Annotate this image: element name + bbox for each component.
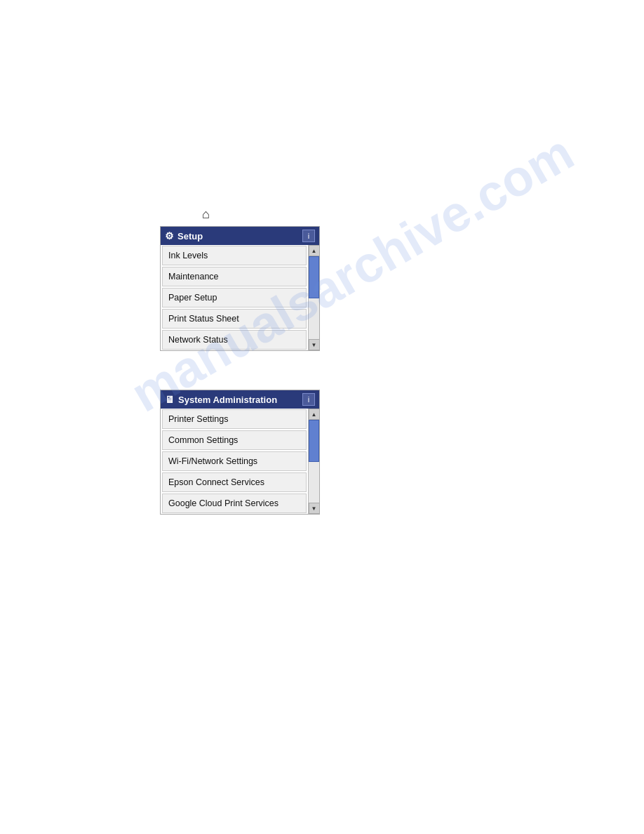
setup-scroll-up-button[interactable]: ▲ [309,245,320,256]
sysadmin-panel-body: Printer Settings Common Settings Wi-Fi/N… [161,409,319,514]
setup-panel-body: Ink Levels Maintenance Paper Setup Print… [161,245,319,350]
sysadmin-header-icon: 🖥 [165,394,175,405]
setup-menu-item-paper-setup[interactable]: Paper Setup [162,288,307,307]
setup-menu-item-ink-levels[interactable]: Ink Levels [162,246,307,265]
setup-scrollbar: ▲ ▼ [308,245,319,350]
setup-scroll-down-button[interactable]: ▼ [309,339,320,350]
sysadmin-scroll-thumb[interactable] [309,420,319,462]
sysadmin-scroll-up-button[interactable]: ▲ [309,409,320,420]
sysadmin-scroll-down-button[interactable]: ▼ [309,503,320,514]
setup-header-icon: ⚙ [165,230,174,241]
sysadmin-panel-title: System Administration [178,395,277,405]
setup-panel: ⚙ Setup i Ink Levels Maintenance Paper S… [160,226,320,351]
sysadmin-menu-item-wifi-network-settings[interactable]: Wi-Fi/Network Settings [162,451,307,471]
sysadmin-scrollbar: ▲ ▼ [308,409,319,514]
sysadmin-close-button[interactable]: i [302,393,315,406]
sysadmin-menu-item-common-settings[interactable]: Common Settings [162,430,307,450]
sysadmin-scroll-thumb-area [309,420,319,503]
home-icon-area: ⌂ [202,207,210,222]
setup-panel-header: ⚙ Setup i [161,227,319,245]
setup-menu-item-network-status[interactable]: Network Status [162,330,307,350]
sysadmin-menu-item-printer-settings[interactable]: Printer Settings [162,409,307,429]
sysadmin-panel-header: 🖥 System Administration i [161,390,319,409]
setup-header-left: ⚙ Setup [165,230,203,241]
sysadmin-panel: 🖥 System Administration i Printer Settin… [160,390,320,515]
sysadmin-menu-item-epson-connect-services[interactable]: Epson Connect Services [162,472,307,492]
setup-scroll-thumb-area [309,256,319,339]
setup-menu-item-print-status-sheet[interactable]: Print Status Sheet [162,309,307,329]
setup-scroll-thumb[interactable] [309,256,319,298]
setup-panel-title: Setup [177,231,203,241]
home-icon[interactable]: ⌂ [202,207,210,221]
sysadmin-header-left: 🖥 System Administration [165,394,277,405]
setup-menu-item-maintenance[interactable]: Maintenance [162,267,307,286]
sysadmin-menu-item-google-cloud-print[interactable]: Google Cloud Print Services [162,494,307,513]
setup-menu-list: Ink Levels Maintenance Paper Setup Print… [161,245,308,350]
setup-close-button[interactable]: i [302,230,315,242]
sysadmin-menu-list: Printer Settings Common Settings Wi-Fi/N… [161,409,308,514]
